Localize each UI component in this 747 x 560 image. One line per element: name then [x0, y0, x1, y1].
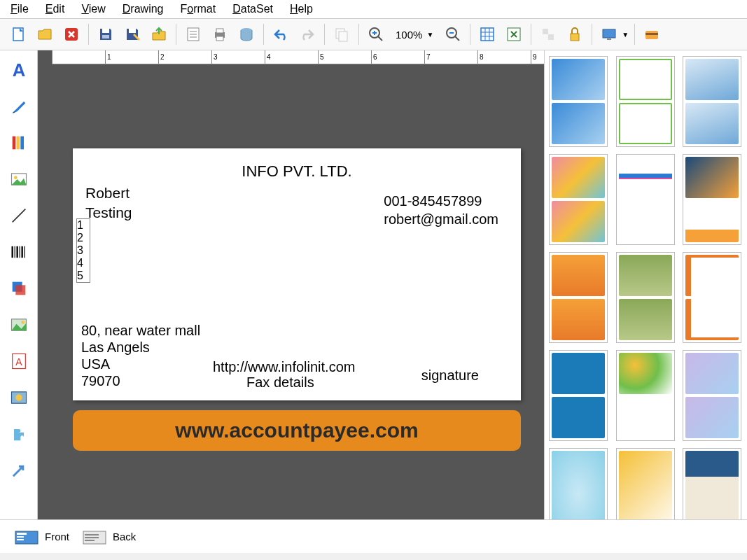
puzzle-tool[interactable]: [6, 421, 32, 447]
undo-button[interactable]: [270, 23, 292, 46]
contact-block[interactable]: 001-845457899robert@gmail.com: [384, 192, 498, 228]
template-thumb[interactable]: [616, 448, 675, 519]
line-tool[interactable]: [6, 203, 32, 228]
zoom-level[interactable]: 100% ▼: [391, 29, 438, 41]
template-thumb[interactable]: [683, 56, 741, 147]
close-button[interactable]: [60, 23, 83, 46]
svg-rect-38: [20, 136, 24, 150]
company-title[interactable]: INFO PVT. LTD.: [85, 162, 508, 181]
signature-text[interactable]: signature: [421, 368, 479, 384]
save-as-button[interactable]: [121, 23, 144, 46]
left-toolbar: A A: [0, 50, 38, 519]
align-button[interactable]: [537, 23, 559, 46]
svg-line-41: [12, 209, 25, 223]
template-thumb[interactable]: [549, 154, 608, 245]
zoom-out-button[interactable]: [442, 23, 464, 46]
svg-rect-31: [603, 29, 615, 38]
copy-button[interactable]: [330, 23, 353, 46]
business-card[interactable]: INFO PVT. LTD. RobertTesting 001-8454578…: [73, 148, 521, 400]
card-button[interactable]: [641, 23, 663, 46]
menu-view[interactable]: View: [81, 3, 105, 15]
svg-rect-61: [85, 534, 99, 536]
ruler-vertical: 12345: [76, 218, 90, 283]
template-thumb[interactable]: [683, 154, 741, 245]
template-thumb[interactable]: [549, 350, 608, 441]
shape-tool[interactable]: [6, 385, 32, 410]
address-block[interactable]: 80, near water mallLas AngelsUSA79070: [81, 322, 200, 389]
svg-rect-34: [645, 33, 658, 35]
barcode-tool[interactable]: [6, 239, 32, 265]
svg-rect-36: [12, 136, 15, 150]
properties-button[interactable]: [182, 23, 204, 46]
menu-edit[interactable]: Edit: [46, 3, 65, 15]
fax-text[interactable]: Fax details: [246, 374, 314, 391]
svg-rect-62: [85, 537, 99, 538]
image-tool[interactable]: [6, 167, 32, 192]
excel-button[interactable]: [503, 23, 525, 46]
svg-rect-63: [85, 540, 95, 541]
template-thumb[interactable]: [549, 56, 608, 147]
layers-tool[interactable]: [6, 276, 32, 301]
footer-bar: Front Back: [0, 519, 747, 553]
template-thumb[interactable]: [683, 350, 741, 441]
toolbar: 100% ▼ ▼: [0, 19, 747, 50]
menu-format[interactable]: Format: [180, 3, 216, 15]
watermark-banner: www.accountpayee.com: [73, 410, 521, 451]
menu-dataset[interactable]: DataSet: [232, 3, 273, 15]
svg-rect-4: [129, 29, 136, 33]
database-button[interactable]: [235, 23, 258, 46]
save-button[interactable]: [95, 23, 117, 46]
menu-drawing[interactable]: Drawing: [123, 3, 164, 15]
grid-button[interactable]: [476, 23, 498, 46]
font-tool[interactable]: A: [6, 349, 32, 374]
ruler-horizontal: 123456789: [52, 50, 544, 64]
svg-point-55: [15, 394, 22, 400]
new-button[interactable]: [7, 23, 29, 46]
svg-text:A: A: [12, 60, 25, 80]
template-thumb[interactable]: [616, 154, 675, 245]
template-thumb[interactable]: [683, 448, 741, 519]
menu-file[interactable]: File: [11, 3, 29, 15]
svg-rect-0: [13, 28, 23, 41]
pen-tool[interactable]: [6, 94, 32, 119]
svg-rect-30: [571, 34, 579, 41]
template-thumb[interactable]: [683, 252, 741, 343]
svg-line-16: [378, 36, 382, 41]
front-view-button[interactable]: Front: [14, 528, 69, 545]
screen-button[interactable]: [598, 23, 620, 46]
arrow-tool[interactable]: [6, 458, 32, 483]
export-button[interactable]: [148, 23, 170, 46]
text-tool[interactable]: A: [6, 57, 32, 83]
svg-rect-2: [102, 29, 109, 33]
template-panel: [544, 50, 747, 519]
picture-tool[interactable]: [6, 312, 32, 337]
person-name[interactable]: RobertTesting: [85, 183, 132, 223]
menu-bar: File Edit View Drawing Format DataSet He…: [0, 0, 747, 19]
svg-rect-59: [17, 539, 24, 540]
zoom-in-button[interactable]: [365, 23, 387, 46]
open-button[interactable]: [34, 23, 56, 46]
template-thumb[interactable]: [616, 56, 675, 147]
template-thumb[interactable]: [616, 252, 675, 343]
menu-help[interactable]: Help: [290, 3, 313, 15]
template-thumb[interactable]: [549, 252, 608, 343]
library-tool[interactable]: [6, 130, 32, 155]
print-button[interactable]: [209, 23, 231, 46]
svg-rect-37: [16, 136, 20, 150]
svg-text:A: A: [15, 356, 22, 368]
svg-line-20: [455, 36, 459, 41]
redo-button[interactable]: [296, 23, 319, 46]
svg-rect-57: [17, 533, 27, 535]
svg-rect-49: [15, 285, 25, 295]
website-text[interactable]: http://www.infolinit.com: [213, 359, 355, 375]
svg-rect-22: [481, 28, 494, 41]
svg-rect-3: [102, 35, 109, 38]
back-view-button[interactable]: Back: [82, 528, 136, 545]
svg-rect-14: [339, 31, 347, 41]
canvas[interactable]: 123456789 INFO PVT. LTD. RobertTesting 0…: [38, 50, 544, 519]
template-thumb[interactable]: [549, 448, 608, 519]
lock-button[interactable]: [564, 23, 586, 46]
svg-point-51: [21, 321, 25, 324]
svg-rect-58: [17, 536, 24, 538]
template-thumb[interactable]: [616, 350, 675, 441]
